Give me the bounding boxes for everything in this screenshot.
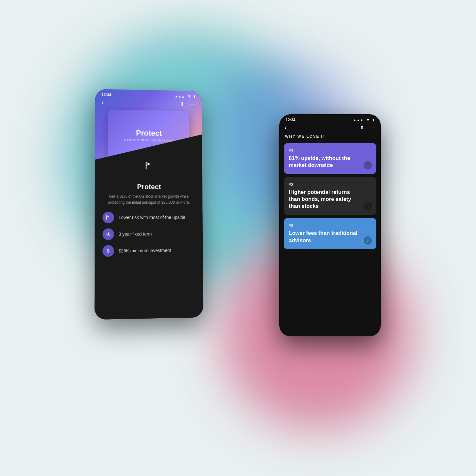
- status-time-right: 12:34: [286, 118, 295, 122]
- card-3-number: #3: [289, 223, 371, 228]
- feature-item-3: $ $25K minimum investment: [102, 244, 195, 257]
- battery-icon-left: ▮: [194, 95, 195, 99]
- flag-icon-hero: [145, 161, 154, 171]
- status-icons-left: ▲▲▲ ▼ ▮: [175, 94, 195, 99]
- card-3-arrow[interactable]: ›: [364, 236, 372, 245]
- signal-icon-right: ▲▲▲: [353, 118, 363, 122]
- hero-section-left: ‹ ⬆ ··· Protect STRUCTURED OFFERINGS: [95, 89, 202, 178]
- love-card-1[interactable]: #1 81% upside, without the market downsi…: [284, 143, 376, 174]
- love-card-3[interactable]: #3 Lower fees than traditional advisors …: [284, 218, 376, 249]
- card-2-title: Higher potential returns than bonds, mor…: [289, 189, 371, 210]
- svg-line-7: [107, 235, 107, 235]
- product-subtitle-hero: STRUCTURED OFFERINGS: [124, 138, 174, 142]
- svg-point-0: [108, 233, 109, 235]
- card-3-title: Lower fees than traditional advisors: [289, 230, 371, 244]
- product-desc-left: Get a 81% of the US stock market growth …: [102, 194, 195, 205]
- feature-icon-sun: [102, 228, 114, 240]
- card-2-number: #2: [289, 182, 371, 187]
- card-1-number: #1: [289, 148, 371, 153]
- feature-text-1: Lower risk with most of the upside: [119, 215, 185, 220]
- feature-item-1: Lower risk with most of the upside: [102, 212, 195, 223]
- content-section-left: Protect Get a 81% of the US stock market…: [95, 177, 203, 320]
- phones-scene: 12:34 ▲▲▲ ▼ ▮ ‹ ⬆ ···: [95, 63, 381, 413]
- wifi-icon-right: ▼: [366, 117, 370, 122]
- more-button-left[interactable]: ···: [189, 101, 196, 108]
- back-button-right[interactable]: ‹: [284, 123, 287, 132]
- why-we-love-heading: WHY WE LOVE IT: [279, 134, 381, 143]
- status-time-left: 12:34: [102, 92, 111, 97]
- phone-left: 12:34 ▲▲▲ ▼ ▮ ‹ ⬆ ···: [95, 89, 203, 320]
- status-icons-right: ▲▲▲ ▼ ▮: [353, 117, 374, 122]
- wifi-icon-left: ▼: [187, 94, 191, 99]
- phone-right: 12:34 ▲▲▲ ▼ ▮ ‹ ⬆ ··· WHY WE LOVE IT #1 …: [279, 114, 381, 336]
- signal-icon-left: ▲▲▲: [175, 94, 185, 98]
- share-button-right[interactable]: ⬆: [360, 124, 364, 131]
- feature-text-3: $25K minimum investment: [119, 248, 171, 254]
- back-button-left[interactable]: ‹: [102, 98, 104, 107]
- feature-item-2: 3 year fixed term: [102, 228, 195, 240]
- battery-icon-right: ▮: [373, 118, 374, 122]
- share-button-left[interactable]: ⬆: [180, 101, 184, 108]
- nav-bar-right: ‹ ⬆ ···: [279, 122, 381, 134]
- svg-line-6: [109, 235, 110, 235]
- feature-icon-dollar: $: [102, 245, 114, 257]
- card-1-title: 81% upside, without the market downside: [289, 155, 371, 169]
- more-button-right[interactable]: ···: [369, 124, 376, 131]
- product-title-left: Protect: [102, 183, 195, 191]
- svg-line-5: [107, 233, 107, 233]
- status-bar-right: 12:34 ▲▲▲ ▼ ▮: [279, 114, 381, 122]
- love-card-2[interactable]: #2 Higher potential returns than bonds, …: [284, 177, 376, 215]
- card-1-arrow[interactable]: ›: [364, 161, 372, 169]
- feature-icon-flag: [102, 212, 114, 223]
- product-name-hero: Protect: [136, 129, 162, 138]
- svg-line-8: [109, 233, 110, 233]
- feature-text-2: 3 year fixed term: [119, 231, 152, 237]
